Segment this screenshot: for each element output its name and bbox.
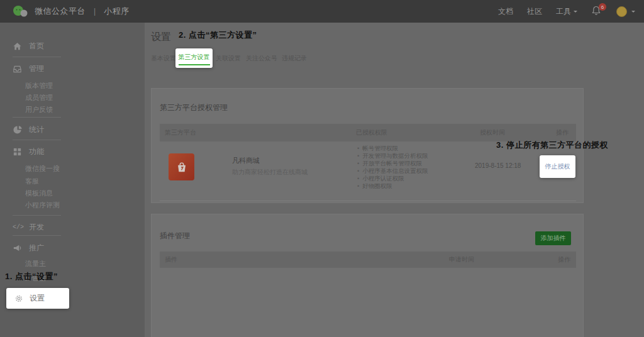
megaphone-icon	[13, 243, 22, 253]
notifications-button[interactable]: 6	[591, 6, 602, 17]
brand-title: 微信公众平台	[35, 6, 86, 17]
chevron-down-icon	[631, 11, 635, 14]
home-icon	[13, 41, 22, 51]
sidebar-item-wechat-search[interactable]: 微信搜一搜	[25, 164, 60, 173]
tab-follow-official-account[interactable]: 关注公众号	[246, 54, 277, 63]
nav-tools-link[interactable]: 工具	[556, 6, 577, 17]
sidebar-item-miniprogram-review[interactable]: 小程序评测	[25, 201, 60, 209]
auth-card-title: 第三方平台授权管理	[160, 102, 228, 113]
sidebar-item-settings[interactable]: 设置	[6, 288, 69, 309]
permission-item: 好物圈权限	[357, 182, 428, 190]
brand-divider: |	[94, 7, 96, 16]
header-nav: 文档 社区 工具 6	[498, 6, 635, 17]
permission-item: 开发管理与数据分析权限	[357, 152, 428, 160]
annotation-step2: 2. 点击“第三方设置”	[179, 30, 257, 41]
platform-description: 助力商家轻松打造在线商城	[232, 168, 308, 177]
brand: 微信公众平台 | 小程序	[13, 5, 130, 18]
code-icon: </>	[13, 224, 22, 231]
pie-chart-icon	[13, 125, 22, 135]
column-permissions: 已授权权限	[356, 124, 387, 141]
plugin-table-header: 插件 申请时间 操作	[160, 251, 576, 268]
permission-item: 小程序基本信息设置权限	[357, 167, 428, 175]
chevron-down-icon	[574, 11, 577, 14]
column-apply-time: 申请时间	[449, 251, 474, 268]
stop-authorization-button[interactable]: 停止授权	[540, 155, 575, 178]
sidebar-item-customer-service[interactable]: 客服	[25, 177, 39, 185]
stop-authorization-label: 停止授权	[545, 162, 570, 171]
sidebar-item-promotion[interactable]: 推广	[13, 243, 44, 253]
sidebar-item-label: 设置	[30, 293, 45, 304]
sidebar-item-statistics[interactable]: 统计	[13, 124, 44, 135]
tab-violation-records[interactable]: 违规记录	[282, 54, 307, 63]
avatar	[616, 6, 627, 17]
brand-subtitle: 小程序	[104, 6, 130, 17]
sidebar-item-label: 统计	[29, 124, 44, 135]
annotation-step3: 3. 停止所有第三方平台的授权	[496, 140, 608, 151]
sidebar-divider	[13, 117, 61, 118]
account-menu[interactable]	[616, 6, 635, 17]
page-title: 设置	[151, 31, 171, 44]
sidebar-divider	[13, 235, 61, 236]
column-action: 操作	[556, 124, 569, 141]
permission-list: 帐号管理权限 开发管理与数据分析权限 开放平台帐号管理权限 小程序基本信息设置权…	[357, 145, 428, 190]
column-plugin: 插件	[165, 251, 177, 268]
sidebar-item-version-manage[interactable]: 版本管理	[25, 81, 53, 90]
sidebar-item-traffic-owner[interactable]: 流量主	[25, 259, 46, 268]
permission-item: 帐号管理权限	[357, 145, 428, 152]
sidebar-item-user-feedback[interactable]: 用户反馈	[25, 105, 53, 114]
sidebar-item-label: 功能	[29, 146, 44, 157]
tab-third-party-settings[interactable]: 第三方设置	[175, 48, 213, 68]
sidebar-item-manage[interactable]: 管理	[13, 64, 44, 74]
sidebar-item-label: 开发	[29, 222, 44, 233]
nav-tools-label: 工具	[556, 6, 571, 17]
sidebar-item-features[interactable]: 功能	[13, 146, 44, 157]
sidebar-item-development[interactable]: </> 开发	[13, 222, 44, 232]
column-auth-time: 授权时间	[480, 124, 505, 141]
active-tab-label: 第三方设置	[179, 52, 210, 65]
column-action: 操作	[558, 251, 570, 268]
auth-table-header: 第三方平台 已授权权限 授权时间 操作	[160, 124, 576, 141]
sidebar-item-home[interactable]: 首页	[13, 41, 44, 51]
sidebar-item-member-manage[interactable]: 成员管理	[25, 93, 53, 102]
sidebar-divider	[13, 215, 61, 216]
sidebar-item-label: 首页	[29, 41, 44, 52]
platform-name: 凡科商城	[232, 156, 260, 165]
permission-item: 开放平台帐号管理权限	[357, 160, 428, 167]
gear-icon	[14, 294, 23, 303]
wechat-logo-icon	[13, 5, 29, 18]
authorized-time: 2019-8-15 12:18	[475, 162, 521, 169]
screenshot-root: 微信公众平台 | 小程序 文档 社区 工具 6	[0, 0, 644, 337]
tab-basic-settings[interactable]: 基本设置	[151, 54, 176, 63]
notification-badge: 6	[599, 3, 606, 11]
tab-related-settings[interactable]: 关联设置	[216, 54, 241, 63]
sidebar-item-label: 推广	[29, 243, 44, 253]
shopping-bag-icon	[175, 160, 189, 174]
sidebar-item-template-message[interactable]: 模板消息	[25, 189, 53, 197]
sidebar-divider	[13, 57, 61, 57]
platform-logo	[169, 153, 194, 180]
plugin-card: 插件管理 添加插件 插件 申请时间 操作	[151, 214, 584, 337]
column-platform: 第三方平台	[165, 124, 196, 141]
nav-community-link[interactable]: 社区	[527, 6, 542, 17]
top-header: 微信公众平台 | 小程序 文档 社区 工具 6	[0, 0, 644, 23]
sidebar-item-label: 管理	[29, 64, 44, 74]
annotation-step1: 1. 点击“设置”	[5, 271, 58, 282]
add-plugin-button[interactable]: 添加插件	[535, 231, 571, 245]
plugin-card-title: 插件管理	[160, 231, 190, 241]
tray-icon	[13, 64, 22, 74]
grid-icon	[13, 147, 22, 157]
row-divider	[160, 201, 576, 201]
nav-docs-link[interactable]: 文档	[498, 6, 513, 17]
sidebar-divider	[13, 140, 61, 140]
permission-item: 小程序认证权限	[357, 175, 428, 182]
